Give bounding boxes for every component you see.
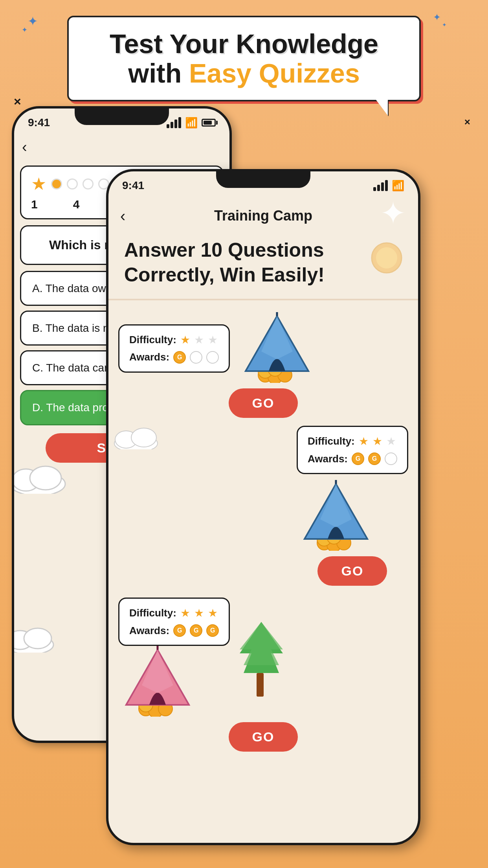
camp-3-awards: Awards: G G G xyxy=(129,624,219,637)
cloud-deco-1 xyxy=(12,458,69,495)
cloud-front-1 xyxy=(110,422,281,451)
camp-3-card: Difficulty: ★ ★ ★ Awards: G G G xyxy=(118,598,230,646)
camp-2-go-area: GO xyxy=(297,556,408,586)
cloud-deco-2 xyxy=(12,621,57,654)
camp-2-star-2: ★ xyxy=(372,435,382,448)
star-filled: ★ xyxy=(31,174,46,194)
progress-current: 1 xyxy=(31,198,38,211)
progress-circle-1 xyxy=(51,178,62,189)
camp-2-right: Difficulty: ★ ★ ★ Awards: G G xyxy=(297,426,408,590)
camp-3-right xyxy=(238,618,408,698)
camp-1-awards: Awards: G xyxy=(129,351,219,364)
back-phone-notch xyxy=(75,108,169,125)
camp-1-right xyxy=(238,312,408,384)
hero-line2: with Easy Quizzes xyxy=(88,59,400,88)
sparkle-deco-4: ✦ xyxy=(442,22,447,28)
camp-2-difficulty: Difficulty: ★ ★ ★ xyxy=(308,435,397,448)
camp-3-coin-2: G xyxy=(190,624,202,637)
camp-2-coin-3 xyxy=(385,452,397,465)
wifi-icon: 📶 xyxy=(185,117,198,129)
camp-2-star-1: ★ xyxy=(359,435,369,448)
phone-front: ✦ 9:41 📶 ‹ Training Camp Answer 10 Quest… xyxy=(106,169,420,845)
hero-line2-normal: with xyxy=(128,58,189,88)
camp-1-left: Difficulty: ★ ★ ★ Awards: G xyxy=(118,324,230,373)
svg-marker-38 xyxy=(240,622,283,665)
camp-1: Difficulty: ★ ★ ★ Awards: G xyxy=(118,312,408,418)
sparkle-deco-3: ✦ xyxy=(433,12,441,23)
camp-2-tent-area xyxy=(118,426,289,455)
front-wifi-icon: 📶 xyxy=(392,180,404,192)
camp-3-inner: Difficulty: ★ ★ ★ Awards: G G G xyxy=(118,598,408,718)
camp-2-coin-2: G xyxy=(368,452,381,465)
camp-1-card: Difficulty: ★ ★ ★ Awards: G xyxy=(118,324,230,373)
camp-3-star-3: ★ xyxy=(208,607,218,620)
coin-deco-top xyxy=(371,242,402,275)
back-phone-back-btn[interactable]: ‹ xyxy=(22,139,27,155)
battery-icon xyxy=(202,119,216,127)
sparkle-deco-1: ✦ xyxy=(28,14,38,29)
front-phone-notch xyxy=(216,171,310,188)
tent-blue-1 xyxy=(238,312,316,383)
camp-1-star-3: ★ xyxy=(208,333,218,346)
hero-banner: Test Your Knowledge with Easy Quizzes xyxy=(67,16,421,101)
x-deco-2: × xyxy=(464,116,470,128)
camp-3: Difficulty: ★ ★ ★ Awards: G G G xyxy=(118,598,408,752)
tent-blue-2 xyxy=(297,480,375,551)
progress-total: 4 xyxy=(73,198,80,211)
camp-2-star-3: ★ xyxy=(386,435,396,448)
camp-1-difficulty: Difficulty: ★ ★ ★ xyxy=(129,333,219,346)
svg-point-7 xyxy=(24,628,51,649)
camp-3-star-1: ★ xyxy=(180,607,190,620)
camp-2-row: Difficulty: ★ ★ ★ Awards: G G xyxy=(118,426,408,590)
front-nav: ‹ Training Camp xyxy=(108,202,418,230)
camp-1-coin-2 xyxy=(190,351,202,364)
back-phone-status-icons: 📶 xyxy=(167,117,216,129)
hero-line1: Test Your Knowledge xyxy=(88,29,400,59)
camp-1-coin-3 xyxy=(206,351,219,364)
camp-1-star-1: ★ xyxy=(180,333,190,346)
front-phone-status-icons: 📶 xyxy=(373,180,404,192)
camp-1-coin-1: G xyxy=(173,351,186,364)
sparkle-front: ✦ xyxy=(380,195,406,232)
front-nav-title: Training Camp xyxy=(214,208,312,224)
camp-3-left: Difficulty: ★ ★ ★ Awards: G G G xyxy=(118,598,230,718)
camp-1-go-button[interactable]: GO xyxy=(229,388,298,418)
camp-3-difficulty: Difficulty: ★ ★ ★ xyxy=(129,607,219,620)
answer-c-text: C. The data cann xyxy=(32,362,116,374)
progress-circle-2 xyxy=(67,178,78,189)
progress-circle-3 xyxy=(83,178,94,189)
svg-point-2 xyxy=(30,466,61,490)
tree-deco-front xyxy=(238,618,408,698)
camp-2-go-button[interactable]: GO xyxy=(317,556,387,586)
camps-area: Difficulty: ★ ★ ★ Awards: G xyxy=(108,300,418,845)
camp-2-card: Difficulty: ★ ★ ★ Awards: G G xyxy=(297,426,408,474)
camp-3-go-button[interactable]: GO xyxy=(229,722,298,752)
camp-2-coin-1: G xyxy=(352,452,364,465)
back-phone-nav: ‹ xyxy=(14,133,229,162)
x-deco-1: × xyxy=(14,94,21,109)
camp-3-star-2: ★ xyxy=(194,607,204,620)
front-phone-time: 9:41 xyxy=(122,179,144,192)
camp-1-inner: Difficulty: ★ ★ ★ Awards: G xyxy=(118,312,408,384)
camp-2-awards: Awards: G G xyxy=(308,452,397,465)
hero-line2-highlight: Easy Quizzes xyxy=(189,58,360,88)
front-back-button[interactable]: ‹ xyxy=(120,207,125,225)
back-phone-time: 9:41 xyxy=(28,116,50,129)
tent-pink-1 xyxy=(118,646,197,717)
camp-1-go-area: GO xyxy=(118,388,408,418)
camp-3-coin-3: G xyxy=(206,624,219,637)
camp-3-go-area: GO xyxy=(118,722,408,752)
svg-point-9 xyxy=(376,247,398,269)
svg-rect-36 xyxy=(257,673,264,697)
camp-3-coin-1: G xyxy=(173,624,186,637)
camp-1-star-2: ★ xyxy=(194,333,204,346)
front-signal-icon xyxy=(373,180,388,191)
sparkle-deco-2: ✦ xyxy=(22,26,28,34)
svg-point-20 xyxy=(131,428,156,447)
signal-icon xyxy=(167,117,181,128)
